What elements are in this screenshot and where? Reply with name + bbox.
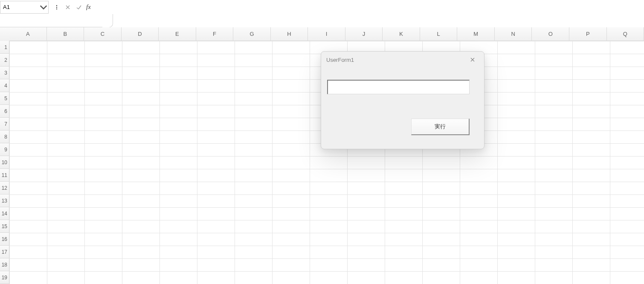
row-header[interactable]: 10 (0, 156, 9, 169)
column-header[interactable]: H (271, 27, 308, 41)
column-header[interactable]: A (9, 27, 47, 41)
close-icon[interactable] (465, 53, 480, 66)
column-header[interactable]: E (159, 27, 196, 41)
column-header[interactable]: L (420, 27, 458, 41)
formula-bar: fx (0, 0, 644, 14)
userform-body: 実行 (321, 68, 484, 149)
row-headers: 12345678910111213141516171819 (0, 41, 9, 284)
row-header[interactable]: 6 (0, 105, 9, 118)
row-header[interactable]: 4 (0, 79, 9, 92)
ribbon-lower-edge (0, 14, 644, 27)
column-header[interactable]: Q (607, 27, 644, 41)
name-box[interactable] (0, 2, 39, 13)
chevron-down-icon[interactable] (39, 1, 48, 13)
row-header[interactable]: 11 (0, 169, 9, 182)
row-header[interactable]: 5 (0, 92, 9, 105)
name-box-wrap (0, 1, 49, 14)
column-header[interactable]: J (345, 27, 383, 41)
column-header[interactable]: P (569, 27, 607, 41)
column-header[interactable]: F (196, 27, 234, 41)
column-header[interactable]: N (495, 27, 532, 41)
userform-dialog: UserForm1 実行 (321, 51, 484, 149)
userform-title: UserForm1 (326, 57, 465, 63)
confirm-icon[interactable] (73, 1, 84, 13)
cancel-icon[interactable] (62, 1, 73, 13)
row-header[interactable]: 2 (0, 54, 9, 67)
svg-point-2 (56, 8, 57, 9)
column-header[interactable]: G (233, 27, 271, 41)
column-header[interactable]: B (47, 27, 84, 41)
column-header[interactable]: D (122, 27, 159, 41)
column-header[interactable]: M (457, 27, 495, 41)
row-header[interactable]: 15 (0, 220, 9, 233)
row-header[interactable]: 8 (0, 130, 9, 143)
row-header[interactable]: 18 (0, 258, 9, 271)
row-header[interactable]: 17 (0, 246, 9, 258)
formula-input[interactable] (93, 1, 168, 14)
column-header[interactable]: I (308, 27, 345, 41)
row-header[interactable]: 7 (0, 118, 9, 130)
row-header[interactable]: 19 (0, 271, 9, 284)
svg-point-1 (56, 6, 57, 7)
row-header[interactable]: 9 (0, 143, 9, 156)
kebab-icon[interactable] (51, 1, 62, 13)
execute-button-label: 実行 (435, 123, 446, 130)
userform-titlebar[interactable]: UserForm1 (321, 52, 484, 68)
row-header[interactable]: 1 (0, 41, 9, 54)
column-header[interactable]: K (383, 27, 420, 41)
row-header[interactable]: 16 (0, 233, 9, 246)
select-all-corner[interactable] (0, 27, 10, 41)
row-header[interactable]: 12 (0, 182, 9, 194)
fx-icon[interactable]: fx (84, 3, 93, 11)
userform-textbox[interactable] (327, 80, 470, 94)
svg-point-0 (56, 5, 57, 6)
row-header[interactable]: 14 (0, 207, 9, 220)
execute-button[interactable]: 実行 (411, 119, 470, 135)
column-headers: ABCDEFGHIJKLMNOPQ (9, 27, 644, 41)
column-header[interactable]: O (532, 27, 569, 41)
row-header[interactable]: 3 (0, 67, 9, 79)
row-header[interactable]: 13 (0, 194, 9, 207)
column-header[interactable]: C (84, 27, 122, 41)
